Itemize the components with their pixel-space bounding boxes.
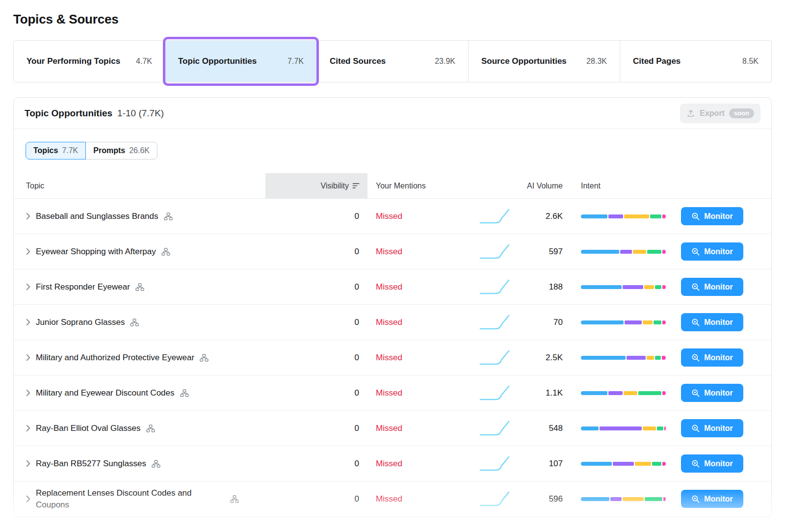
trend-sparkline (461, 411, 515, 446)
topic-name: First Responder Eyewear (36, 281, 130, 293)
toggle-topics[interactable]: Topics 7.7K (26, 142, 86, 160)
table-row[interactable]: Ray-Ban RB5277 Sunglasses 0 Missed 107 (14, 446, 771, 481)
visibility-value: 0 (265, 481, 367, 516)
magnifier-icon (691, 495, 700, 504)
ai-volume-value: 597 (515, 234, 569, 269)
panel-result-range: 1-10 (7.7K) (117, 108, 164, 119)
toggle-label: Prompts (93, 146, 125, 155)
column-header-your-mentions: Your Mentions (367, 173, 461, 198)
toggle-prompts[interactable]: Prompts 26.6K (85, 142, 157, 160)
tab-label: Topic Opportunities (178, 55, 257, 68)
monitor-button[interactable]: Monitor (681, 454, 743, 473)
topic-opportunities-panel: Topic Opportunities 1-10 (7.7K) Export s… (13, 97, 772, 517)
mentions-value: Missed (367, 340, 461, 375)
intent-segment (638, 391, 662, 395)
sitemap-icon (135, 283, 144, 291)
tab-source-opportunities[interactable]: Source Opportunities 28.3K (468, 41, 620, 82)
table-row[interactable]: First Responder Eyewear 0 Missed 188 (14, 269, 771, 305)
sitemap-icon (200, 354, 209, 362)
chevron-right-icon[interactable] (26, 460, 30, 467)
visibility-value: 0 (265, 269, 367, 304)
tab-label: Source Opportunities (481, 55, 567, 68)
table-row[interactable]: Baseball and Sunglasses Brands 0 Missed … (14, 199, 771, 234)
topic-name: Replacement Lenses Discount Codes and Co… (36, 487, 225, 511)
ai-volume-value: 70 (515, 305, 569, 340)
intent-bar (581, 285, 666, 289)
tab-cited-pages[interactable]: Cited Pages 8.5K (620, 41, 771, 82)
intent-segment (633, 250, 646, 254)
visibility-value: 0 (265, 234, 367, 269)
intent-segment (610, 497, 622, 501)
chevron-right-icon[interactable] (26, 248, 30, 255)
monitor-button[interactable]: Monitor (681, 207, 743, 225)
chevron-right-icon[interactable] (26, 425, 30, 432)
intent-segment (581, 320, 624, 324)
table-row[interactable]: Military and Authorized Protective Eyewe… (14, 340, 771, 375)
tab-your-performing-topics[interactable]: Your Performing Topics 4.7K (14, 41, 165, 82)
monitor-button[interactable]: Monitor (681, 348, 743, 367)
monitor-button[interactable]: Monitor (681, 384, 743, 402)
tab-count: 4.7K (136, 57, 152, 66)
visibility-value: 0 (265, 411, 367, 446)
sitemap-icon (164, 213, 173, 220)
monitor-button[interactable]: Monitor (681, 278, 743, 296)
visibility-value: 0 (265, 340, 367, 375)
tab-count: 8.5K (742, 57, 759, 66)
table-row[interactable]: Junior Soprano Glasses 0 Missed 70 (14, 305, 771, 340)
column-header-visibility[interactable]: Visibility (265, 173, 367, 198)
intent-segment (581, 391, 607, 395)
mentions-value: Missed (367, 234, 461, 269)
chevron-right-icon[interactable] (26, 389, 30, 397)
trend-sparkline (461, 481, 515, 516)
intent-segment (645, 497, 662, 501)
monitor-button[interactable]: Monitor (681, 490, 743, 508)
panel-header: Topic Opportunities 1-10 (7.7K) Export s… (14, 98, 771, 129)
intent-segment (663, 497, 666, 501)
intent-segment (643, 320, 653, 324)
export-button[interactable]: Export soon (680, 104, 760, 123)
intent-segment (662, 356, 666, 360)
topic-name: Military and Authorized Protective Eyewe… (36, 352, 194, 364)
intent-segment (623, 285, 644, 289)
intent-segment (657, 426, 663, 430)
chevron-right-icon[interactable] (26, 495, 30, 503)
column-header-intent: Intent (569, 173, 670, 198)
intent-segment (647, 356, 654, 360)
visibility-value: 0 (265, 199, 367, 234)
intent-segment (581, 356, 626, 360)
topic-name: Ray-Ban Elliot Oval Glasses (36, 423, 141, 434)
table-row[interactable]: Military and Eyewear Discount Codes 0 Mi… (14, 375, 771, 411)
monitor-button[interactable]: Monitor (681, 242, 743, 261)
chevron-right-icon[interactable] (26, 213, 30, 220)
intent-bar (581, 497, 666, 501)
table-row[interactable]: Eyewear Shopping with Afterpay 0 Missed … (14, 234, 771, 269)
intent-segment (608, 214, 623, 218)
magnifier-icon (691, 247, 700, 256)
monitor-button[interactable]: Monitor (681, 419, 743, 437)
visibility-value: 0 (265, 305, 367, 340)
intent-segment (654, 320, 662, 324)
mentions-value: Missed (367, 411, 461, 446)
monitor-label: Monitor (704, 318, 733, 327)
chevron-right-icon[interactable] (26, 283, 30, 291)
tab-bar: Your Performing Topics 4.7K Topic Opport… (13, 40, 772, 82)
chevron-right-icon[interactable] (26, 319, 30, 326)
monitor-button[interactable]: Monitor (681, 313, 743, 331)
monitor-label: Monitor (704, 459, 733, 468)
intent-bar (581, 391, 666, 395)
tab-cited-sources[interactable]: Cited Sources 23.9K (316, 41, 468, 82)
tab-topic-opportunities[interactable]: Topic Opportunities 7.7K (165, 41, 316, 82)
export-label: Export (700, 109, 725, 118)
mentions-value: Missed (367, 375, 461, 410)
column-header-trend (461, 173, 515, 198)
topic-name: Junior Soprano Glasses (36, 317, 125, 328)
table-row[interactable]: Ray-Ban Elliot Oval Glasses 0 Missed 548 (14, 411, 771, 446)
tab-label: Cited Pages (633, 55, 680, 68)
monitor-label: Monitor (704, 389, 733, 398)
monitor-label: Monitor (704, 212, 733, 221)
chevron-right-icon[interactable] (26, 354, 30, 361)
intent-bar (581, 462, 666, 466)
ai-volume-value: 107 (515, 446, 569, 481)
intent-bar (581, 356, 666, 360)
table-row[interactable]: Replacement Lenses Discount Codes and Co… (14, 481, 771, 517)
